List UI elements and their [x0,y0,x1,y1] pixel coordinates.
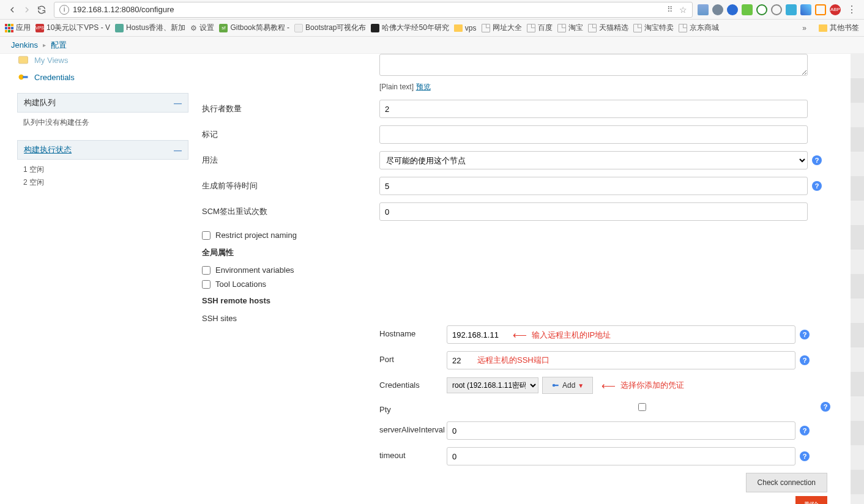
bookmark-tmall[interactable]: 天猫精选 [588,23,628,33]
env-vars-label: Environment variables [215,265,294,275]
hostname-input[interactable] [447,325,795,344]
bookmark-baidu[interactable]: 百度 [527,23,553,33]
url-bar[interactable]: i 192.168.1.12:8080/configure ⠿ ☆ [54,2,693,18]
env-vars-checkbox[interactable] [202,266,210,275]
ext-icon-3[interactable] [727,4,738,15]
build-queue-panel: 构建队列 — 队列中没有构建任务 [17,93,188,133]
bm-icon [294,24,303,32]
browser-toolbar: i 192.168.1.12:8080/configure ⠿ ☆ ABP ⋮ [0,0,864,20]
bookmark-settings[interactable]: ⚙设置 [190,23,214,33]
ext-icon-4[interactable] [742,4,753,15]
ext-icon-2[interactable] [712,4,723,15]
tool-locations-checkbox[interactable] [202,280,210,289]
bookmark-taobao[interactable]: 淘宝 [557,23,583,33]
apps-icon [5,24,13,32]
svg-point-11 [553,384,556,387]
ext-icon-5[interactable] [756,4,767,15]
restrict-naming-label: Restrict project naming [215,231,297,240]
system-message-textarea[interactable] [379,54,808,76]
file-icon [482,24,490,32]
help-icon[interactable]: ? [811,180,822,191]
sidebar-credentials[interactable]: Credentials [17,69,188,86]
bookmark-sites[interactable]: 网址大全 [482,23,522,33]
build-executor-title[interactable]: 构建执行状态 [24,144,72,155]
help-icon[interactable]: ? [811,155,822,166]
delete-ssh-button[interactable]: 删除 [795,496,827,504]
ext-icon-9[interactable] [815,4,826,15]
scm-retry-label: SCM签出重试次数 [202,202,379,217]
ext-icon-6[interactable] [771,4,782,15]
apps-button[interactable]: 应用 [5,23,31,33]
check-connection-button[interactable]: Check connection [746,473,827,492]
bookmark-star-icon[interactable]: ☆ [679,5,687,15]
breadcrumb-jenkins[interactable]: Jenkins [11,40,38,50]
build-executor-header: 构建执行状态 — [17,140,188,160]
other-bookmarks[interactable]: 其他书签 [819,23,859,33]
timeout-label: timeout [379,447,447,460]
svg-text:?: ? [803,331,807,338]
svg-text:?: ? [815,182,819,190]
views-icon [17,54,29,66]
labels-input[interactable] [379,125,808,144]
help-icon[interactable]: ? [820,401,831,412]
ssh-remote-title: SSH remote hosts [202,296,852,305]
translate-icon[interactable]: ⠿ [667,5,673,14]
bm-icon: VPS [35,24,44,32]
file-icon [633,24,642,32]
bookmarks-overflow[interactable]: » [802,24,806,32]
extension-icons: ABP ⋮ [698,2,859,17]
breadcrumb-page[interactable]: 配置 [51,40,67,51]
credentials-icon [17,71,29,83]
help-icon[interactable]: ? [799,425,810,436]
ext-abp-icon[interactable]: ABP [830,4,841,15]
quiet-period-input[interactable] [379,177,808,195]
preview-link[interactable]: 预览 [416,83,431,91]
ext-icon-7[interactable] [786,4,797,15]
file-icon [527,24,535,32]
back-button[interactable] [5,2,20,17]
site-info-icon[interactable]: i [59,5,69,15]
ext-icon-8[interactable] [800,4,811,15]
bookmark-harvard[interactable]: 哈佛大学经50年研究 [371,23,449,33]
pty-checkbox[interactable] [638,403,646,411]
ext-icon-1[interactable] [698,4,709,15]
arrow-left-icon: ⟵ [601,380,616,391]
usage-select[interactable]: 尽可能的使用这个节点 [379,151,808,169]
svg-rect-0 [19,56,28,64]
collapse-icon[interactable]: — [174,146,182,155]
bookmarks-bar: 应用 VPS10美元以下VPS - V Hostus香港、新加 ⚙设置 sfGi… [0,20,864,37]
svg-rect-2 [23,76,28,78]
bookmark-jd[interactable]: 京东商城 [679,23,719,33]
restrict-naming-checkbox[interactable] [202,231,210,240]
bookmark-vps-folder[interactable]: vps [454,24,477,32]
bookmark-taobao-sale[interactable]: 淘宝特卖 [633,23,674,33]
num-executors-input[interactable] [379,100,808,118]
bookmark-vps[interactable]: VPS10美元以下VPS - V [35,23,110,33]
server-alive-input[interactable] [447,421,795,440]
credentials-select[interactable]: root (192.168.1.11密码) [447,377,538,393]
executor-item: 2 空闲 [23,176,182,189]
url-text: 192.168.1.12:8080/configure [73,5,667,14]
collapse-icon[interactable]: — [174,98,182,108]
bookmark-gitbook[interactable]: sfGitbook简易教程 - [219,23,289,33]
forward-button[interactable] [20,2,34,17]
bookmark-bootstrap[interactable]: Bootstrap可视化布 [294,23,366,33]
folder-icon [819,24,827,32]
credentials-label: Credentials [379,377,447,390]
help-icon[interactable]: ? [799,329,810,340]
menu-icon[interactable]: ⋮ [844,2,859,17]
bookmark-hostus[interactable]: Hostus香港、新加 [115,23,185,33]
timeout-input[interactable] [447,447,795,465]
hostname-label: Hostname [379,325,447,338]
help-icon[interactable]: ? [799,451,810,462]
bm-icon: sf [219,24,228,32]
sidebar-my-views[interactable]: My Views [17,51,188,69]
help-icon[interactable]: ? [799,355,810,366]
port-input[interactable] [447,351,795,369]
build-queue-title: 构建队列 [24,97,56,108]
add-credentials-button[interactable]: Add ▼ [542,377,593,394]
reload-button[interactable] [34,2,49,17]
scm-retry-input[interactable] [379,202,808,221]
server-alive-label: serverAliveInterval [379,421,447,434]
labels-label: 标记 [202,125,379,140]
